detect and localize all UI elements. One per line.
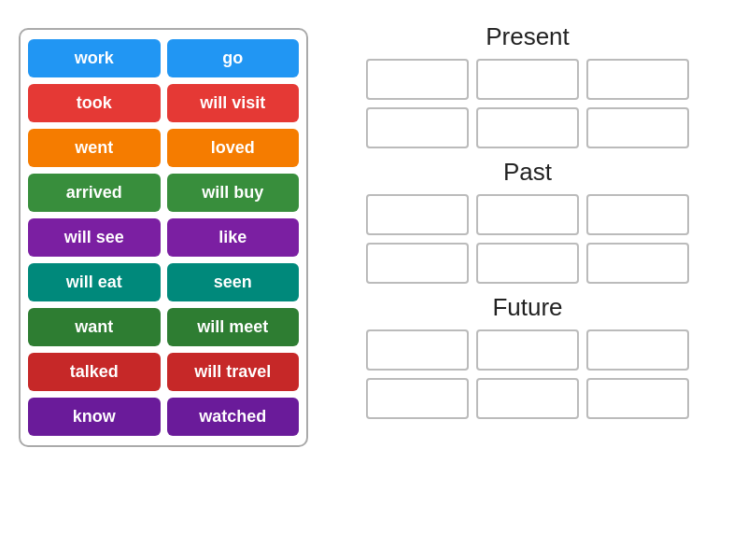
drop-cell-present-5[interactable] [586, 107, 689, 148]
drop-cell-past-4[interactable] [476, 243, 579, 284]
drop-cell-future-2[interactable] [586, 329, 689, 371]
word-tile-want[interactable]: want [28, 308, 161, 346]
drop-cell-present-1[interactable] [476, 59, 579, 100]
word-tile-watched[interactable]: watched [167, 398, 300, 436]
drop-cell-past-1[interactable] [476, 194, 579, 235]
word-tile-will-eat[interactable]: will eat [28, 263, 161, 301]
drop-cell-present-4[interactable] [476, 107, 579, 148]
category-title-future: Future [492, 293, 562, 322]
word-tile-took[interactable]: took [28, 84, 161, 122]
category-title-present: Present [486, 22, 570, 51]
word-bank: workgotookwill visitwentlovedarrivedwill… [19, 28, 308, 447]
category-section-present: Present [327, 22, 728, 152]
drop-cell-present-2[interactable] [586, 59, 689, 100]
drop-cell-present-0[interactable] [366, 59, 469, 100]
word-tile-will-visit[interactable]: will visit [167, 84, 300, 122]
drop-cell-future-4[interactable] [476, 378, 579, 419]
drop-cell-past-3[interactable] [366, 243, 469, 284]
drop-grid-past [366, 194, 689, 284]
word-tile-loved[interactable]: loved [167, 129, 300, 167]
category-section-future: Future [327, 293, 728, 423]
word-tile-will-travel[interactable]: will travel [167, 353, 300, 391]
drop-grid-future [366, 329, 689, 419]
sort-area: PresentPastFuture [327, 19, 728, 428]
drop-cell-future-0[interactable] [366, 329, 469, 371]
word-tile-work[interactable]: work [28, 39, 161, 77]
word-tile-seen[interactable]: seen [167, 263, 300, 301]
drop-cell-future-3[interactable] [366, 378, 469, 419]
drop-cell-past-2[interactable] [586, 194, 689, 235]
word-tile-like[interactable]: like [167, 218, 300, 257]
category-section-past: Past [327, 158, 728, 287]
word-tile-will-meet[interactable]: will meet [167, 308, 300, 346]
drop-grid-present [366, 59, 689, 148]
drop-cell-past-5[interactable] [586, 243, 689, 284]
drop-cell-future-1[interactable] [476, 329, 579, 371]
word-tile-know[interactable]: know [28, 398, 161, 436]
word-tile-arrived[interactable]: arrived [28, 174, 161, 212]
drop-cell-future-5[interactable] [586, 378, 689, 419]
word-tile-will-buy[interactable]: will buy [167, 174, 300, 212]
word-tile-talked[interactable]: talked [28, 353, 161, 391]
word-tile-go[interactable]: go [167, 39, 300, 77]
drop-cell-past-0[interactable] [366, 194, 469, 235]
drop-cell-present-3[interactable] [366, 107, 469, 148]
category-title-past: Past [503, 158, 552, 187]
word-tile-will-see[interactable]: will see [28, 218, 161, 257]
word-tile-went[interactable]: went [28, 129, 161, 167]
